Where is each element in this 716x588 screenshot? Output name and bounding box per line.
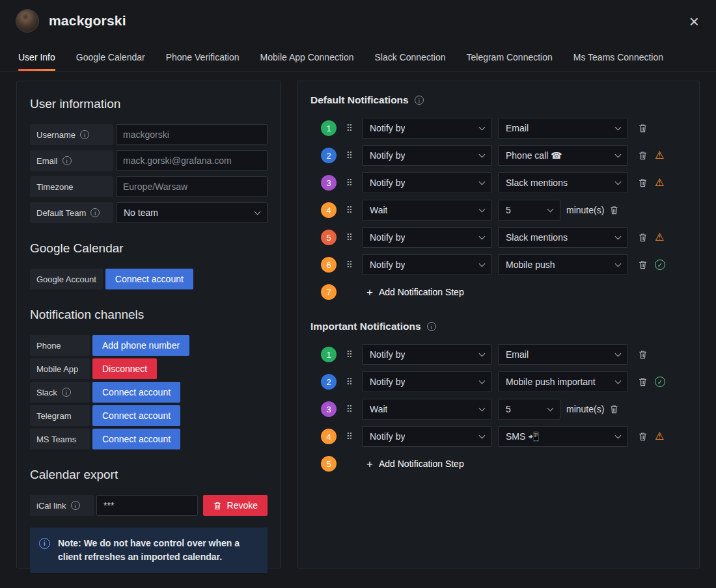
chevron-down-icon [255,208,261,215]
timezone-label: Timezone [30,176,113,197]
notify-channel-select[interactable]: SMS 📲 [498,426,628,447]
tab-ms-teams-connection[interactable]: Ms Teams Connection [573,52,663,71]
delete-step-button[interactable] [637,176,649,189]
telegram-label: Telegram [30,405,90,426]
drag-handle-icon[interactable] [345,349,354,360]
connect-google-account-button[interactable]: Connect account [105,269,193,289]
step-number-badge: 1 [321,120,337,136]
chevron-down-icon [479,178,486,185]
step-number-badge: 4 [321,202,337,218]
delete-step-button[interactable] [637,122,649,135]
drag-handle-icon[interactable] [345,404,354,414]
drag-handle-icon[interactable] [345,431,354,442]
delete-step-button[interactable] [637,258,649,271]
drag-handle-icon[interactable] [345,123,354,133]
notify-channel-select[interactable]: Mobile push important [498,371,628,392]
notify-channel-select[interactable]: Email [498,344,628,365]
chevron-down-icon [479,405,486,411]
drag-handle-icon[interactable] [345,205,354,215]
notify-type-select[interactable]: Notify by [362,254,492,275]
delete-step-button[interactable] [637,375,649,388]
notify-channel-select[interactable]: Email [498,118,628,139]
label-text: Timezone [36,182,74,192]
notify-type-select[interactable]: Notify by [362,145,492,166]
delete-step-button[interactable] [637,348,649,361]
plus-icon [366,287,373,298]
disconnect-mobile-app-button[interactable]: Disconnect [92,358,157,379]
tab-mobile-app-connection[interactable]: Mobile App Connection [260,52,354,71]
drag-handle-icon[interactable] [345,377,354,387]
add-notification-step-button[interactable]: Add Notification Step [366,459,464,470]
add-phone-number-button[interactable]: Add phone number [92,335,189,356]
notify-type-select[interactable]: Notify by [362,172,492,193]
connect-slack-button[interactable]: Connect account [92,382,180,403]
email-label: Email [30,150,113,171]
label-text: MS Teams [36,434,76,444]
notification-step-4: 4 Notify by SMS 📲 [321,426,686,447]
ms-teams-channel-row: MS Teams Connect account [30,429,268,449]
google-account-label: Google Account [30,269,103,289]
notify-type-select[interactable]: Notify by [362,344,492,365]
default-team-select[interactable]: No team [116,202,268,223]
notification-settings-panel: Default Notifications 1 Notify by Email … [297,81,700,568]
wait-duration-select[interactable]: 5 [498,200,560,220]
notification-step-4-wait: 4 Wait 5 minute(s) [321,200,686,220]
close-icon[interactable] [689,13,699,30]
drag-handle-icon[interactable] [345,178,354,188]
notify-type-select[interactable]: Wait [362,200,492,220]
success-icon [655,260,665,270]
label-text: Telegram [36,411,71,421]
calendar-export-heading: Calendar export [30,468,268,482]
notify-type-select[interactable]: Notify by [362,426,492,447]
connect-ms-teams-button[interactable]: Connect account [92,429,180,449]
info-icon [90,208,100,217]
step-number-badge: 2 [321,148,337,163]
google-calendar-heading: Google Calendar [30,241,268,256]
notify-channel-select[interactable]: Slack mentions [498,227,628,248]
trash-icon [638,260,648,270]
notification-step-1: 1 Notify by Email [321,344,686,365]
notify-type-select[interactable]: Notify by [362,371,492,392]
drag-handle-icon[interactable] [345,232,354,243]
tab-user-info[interactable]: User Info [18,52,55,71]
heading-text: Default Notifications [310,94,409,106]
tab-telegram-connection[interactable]: Telegram Connection [466,52,552,71]
notify-channel-select[interactable]: Mobile push [498,254,628,275]
trash-icon [609,404,619,414]
delete-step-button[interactable] [608,403,620,416]
warning-icon [655,150,664,161]
wait-duration-select[interactable]: 5 [498,399,560,420]
ical-link-input[interactable] [96,495,198,516]
chevron-down-icon [615,350,622,356]
timezone-field-row: Timezone [30,176,268,197]
plus-icon [366,459,373,470]
revoke-ical-button[interactable]: Revoke [203,495,268,516]
notify-type-select[interactable]: Notify by [362,118,492,139]
notify-type-select[interactable]: Notify by [362,227,492,248]
notify-type-select[interactable]: Wait [362,399,492,420]
delete-step-button[interactable] [608,204,620,217]
connect-telegram-button[interactable]: Connect account [92,405,180,426]
timezone-input [116,176,268,197]
warning-icon [655,232,664,243]
notify-channel-select[interactable]: Phone call ☎ [498,145,628,166]
add-notification-step-button[interactable]: Add Notification Step [366,287,464,298]
wait-unit-label: minute(s) [566,205,604,215]
mobile-app-label: Mobile App [30,358,90,379]
email-field-row: Email [30,150,268,171]
delete-step-button[interactable] [637,430,649,443]
slack-label: Slack [30,382,90,403]
drag-handle-icon[interactable] [345,260,354,270]
tab-slack-connection[interactable]: Slack Connection [375,52,446,71]
step-number-badge: 6 [321,257,337,273]
delete-step-button[interactable] [637,231,649,244]
drag-handle-icon[interactable] [345,150,354,161]
ms-teams-label: MS Teams [30,429,90,449]
tab-google-calendar[interactable]: Google Calendar [76,52,145,71]
step-number-badge: 3 [321,175,337,191]
notify-channel-select[interactable]: Slack mentions [498,172,628,193]
tab-phone-verification[interactable]: Phone Verification [166,52,240,71]
chevron-down-icon [615,178,622,185]
delete-step-button[interactable] [637,149,649,162]
chevron-down-icon [479,233,486,239]
